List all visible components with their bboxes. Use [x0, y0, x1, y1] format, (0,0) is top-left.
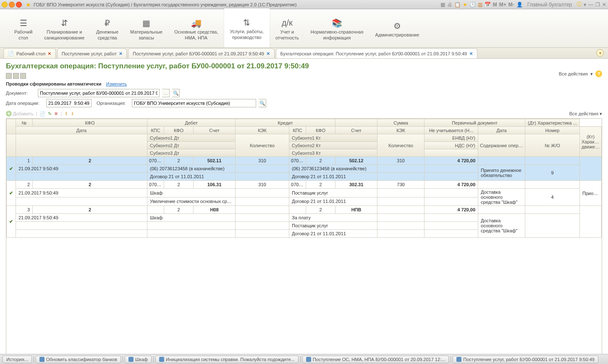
- copy-button[interactable]: 📄: [39, 111, 45, 117]
- grid-toolbar: +Добавить | 📄 ✎ ✖ | ⬆ ⬇ Все действия ▾: [6, 111, 602, 117]
- tab-close-1[interactable]: ×: [119, 50, 123, 57]
- org-search-icon[interactable]: 🔍: [259, 99, 266, 107]
- status-item-4[interactable]: Поступление услуг, работ БУ00-000001 от …: [453, 356, 598, 363]
- subtitle: Проводки сформированы автоматически Изме…: [6, 81, 602, 86]
- tabs-chevron[interactable]: ▾: [596, 49, 604, 57]
- ribbon-item-1[interactable]: ⇵Планирование исанкционирование: [38, 9, 90, 47]
- icon-2[interactable]: 🖨: [447, 2, 452, 8]
- ribbon: ☰Рабочийстол⇵Планирование исанкционирова…: [0, 9, 608, 48]
- table-row[interactable]: 21.09.2017 9:50:49(06) 20736123458 (в ка…: [7, 165, 602, 173]
- org-label: Организация:: [97, 101, 129, 106]
- star-icon[interactable]: ★: [26, 1, 31, 8]
- tab-1[interactable]: Поступление услуг, работ ×: [57, 48, 127, 58]
- edit-button[interactable]: ✎: [48, 111, 52, 117]
- all-actions[interactable]: Все действия▾ ?: [559, 70, 602, 77]
- document-title: Бухгалтерская операция: Поступление услу…: [6, 62, 602, 70]
- date-label: Дата операции:: [6, 101, 44, 106]
- org-input[interactable]: [132, 99, 256, 107]
- title-text: ГОБУ ВПО Университет искусств (Субсидия)…: [34, 2, 440, 7]
- mplus-btn[interactable]: M+: [499, 2, 506, 8]
- icon-6[interactable]: ▥: [478, 2, 482, 8]
- ribbon-item-7[interactable]: 📚Нормативно-справочнаяинформация: [305, 9, 370, 47]
- maximize-icon[interactable]: ❐: [595, 2, 600, 8]
- user-name[interactable]: Главный бухгалтер: [527, 2, 572, 8]
- icon-3[interactable]: 📋: [454, 2, 461, 8]
- up-button[interactable]: ⬆: [64, 111, 68, 117]
- table-row[interactable]: ✔322Н082НПВ4 720,00: [7, 206, 602, 214]
- ribbon-item-4[interactable]: 🚚Основные средства,НМА, НПА: [168, 9, 224, 47]
- doc-search-icon[interactable]: 🔍: [172, 89, 180, 97]
- statusbar: История... Обновить классификатор банков…: [0, 354, 608, 364]
- close-icon[interactable]: ✕: [602, 2, 606, 8]
- ribbon-item-5[interactable]: ⇅Услуги, работы,производство: [224, 8, 270, 47]
- status-item-3[interactable]: Поступление ОС, НМА, НПА БУ00-000001 от …: [302, 356, 449, 363]
- entries-grid[interactable]: №КФО Дебет Кредит Сумма Первичный докуме…: [6, 118, 602, 364]
- si2[interactable]: [13, 73, 19, 79]
- ribbon-item-6[interactable]: д/кУчет иотчетность: [270, 9, 305, 47]
- info-icon[interactable]: ⓘ: [577, 1, 582, 8]
- tabs-bar: 📄 Рабочий стол × Поступление услуг, рабо…: [0, 48, 608, 59]
- icon-7[interactable]: 📅: [485, 2, 491, 8]
- ribbon-item-2[interactable]: ₽Денежныесредства: [90, 9, 124, 47]
- icon-4[interactable]: ★: [463, 2, 467, 8]
- status-item-1[interactable]: Шкаф: [125, 356, 152, 363]
- m-btn[interactable]: M: [493, 2, 497, 8]
- window-btn-3[interactable]: [16, 2, 22, 8]
- change-link[interactable]: Изменить: [106, 81, 127, 86]
- tab-close-3[interactable]: ×: [469, 50, 473, 57]
- ribbon-item-8[interactable]: ⚙Администрирование: [369, 9, 425, 47]
- history-button[interactable]: История...: [3, 356, 32, 363]
- doc-input[interactable]: [38, 89, 160, 97]
- icon-5[interactable]: 🕓: [469, 2, 476, 8]
- doc-ellipsis[interactable]: …: [162, 89, 170, 97]
- ribbon-item-0[interactable]: ☰Рабочийстол: [8, 9, 38, 47]
- add-button[interactable]: +Добавить: [6, 111, 34, 117]
- help-icon[interactable]: ?: [595, 70, 602, 77]
- date-input[interactable]: [46, 99, 92, 107]
- window-btn-1[interactable]: [2, 2, 8, 8]
- mminus-btn[interactable]: M-: [508, 2, 514, 8]
- content-area: Бухгалтерская операция: Поступление услу…: [0, 59, 608, 364]
- dropdown-icon[interactable]: ▾: [584, 2, 586, 8]
- tab-close-2[interactable]: ×: [267, 50, 270, 57]
- tab-close-0[interactable]: ×: [48, 50, 51, 57]
- table-row[interactable]: 21.09.2017 9:50:49ШкафПоставщик услугДос…: [7, 189, 602, 198]
- status-item-0[interactable]: Обновить классификатор банков: [36, 356, 121, 363]
- table-row[interactable]: 21.09.2017 9:50:49ШкафЗа платуДоставка о…: [7, 214, 602, 222]
- si1[interactable]: [6, 73, 12, 79]
- tab-0[interactable]: 📄 Рабочий стол ×: [3, 48, 56, 58]
- tab-2[interactable]: Поступление услуг, работ БУ00-000001 от …: [128, 48, 274, 58]
- status-item-2[interactable]: Инициализация системы справки. Пожалуйст…: [155, 356, 299, 363]
- doc-label: Документ:: [6, 91, 35, 96]
- down-button[interactable]: ⬇: [71, 111, 74, 117]
- user-icon: 👤: [516, 2, 523, 8]
- small-icons: [6, 73, 602, 79]
- title-icons: ▦ 🖨 📋 ★ 🕓 ▥ 📅 M M+ M- 👤 Главный бухгалте…: [440, 1, 606, 8]
- icon-1[interactable]: ▦: [440, 2, 445, 8]
- all-actions-2[interactable]: Все действия ▾: [569, 111, 602, 117]
- titlebar: ★ ГОБУ ВПО Университет искусств (Субсиди…: [0, 0, 608, 9]
- window-btn-2[interactable]: [9, 2, 15, 8]
- tab-3[interactable]: Бухгалтерская операция: Поступление услу…: [276, 48, 477, 58]
- ribbon-item-3[interactable]: ▦Материальныезапасы: [124, 9, 168, 47]
- si3[interactable]: [20, 73, 26, 79]
- table-row[interactable]: ✔12070600000000002442502.113100706000000…: [7, 157, 602, 165]
- delete-button[interactable]: ✖: [54, 111, 58, 117]
- minimize-icon[interactable]: —: [588, 2, 593, 8]
- table-row[interactable]: ✔22070600000000002442106.313100706000000…: [7, 181, 602, 189]
